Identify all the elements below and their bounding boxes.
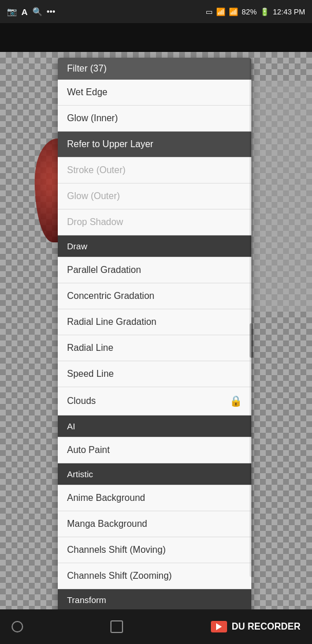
- camera-icon: 📷: [7, 7, 17, 16]
- filter-section-draw: Draw: [58, 235, 251, 257]
- font-icon: A: [21, 7, 28, 17]
- filter-item-drop-shadow[interactable]: Drop Shadow: [58, 209, 251, 235]
- filter-item-auto-paint[interactable]: Auto Paint: [58, 437, 251, 463]
- scrollbar-thumb[interactable]: [250, 323, 253, 358]
- signal-icon: 📶: [229, 8, 238, 16]
- filter-item-speed-line[interactable]: Speed Line: [58, 361, 251, 387]
- status-right: ▭ 📶 📶 82% 🔋 12:43 PM: [206, 8, 305, 16]
- more-icon: •••: [47, 7, 55, 16]
- recorder-label: DU RECORDER: [232, 621, 300, 632]
- canvas-area: Filter (37) Wet Edge Glow (Inner) Refer …: [0, 23, 312, 644]
- home-button[interactable]: [12, 621, 23, 632]
- filter-item-channels-zooming[interactable]: Channels Shift (Zooming): [58, 563, 251, 589]
- filter-item-manga-bg[interactable]: Manga Background: [58, 511, 251, 537]
- filter-item-concentric-grad[interactable]: Concentric Gradation: [58, 283, 251, 309]
- filter-list: Wet Edge Glow (Inner) Refer to Upper Lay…: [58, 80, 251, 644]
- filter-panel: Filter (37) Wet Edge Glow (Inner) Refer …: [58, 58, 251, 644]
- recents-button[interactable]: [110, 620, 123, 633]
- filter-item-stroke-outer[interactable]: Stroke (Outer): [58, 158, 251, 184]
- filter-item-glow-inner[interactable]: Glow (Inner): [58, 106, 251, 132]
- play-icon: [216, 623, 222, 630]
- filter-item-glow-outer[interactable]: Glow (Outer): [58, 184, 251, 209]
- wifi-icon: 📶: [216, 8, 225, 16]
- filter-section-ai: AI: [58, 415, 251, 437]
- filter-title: Filter (37): [67, 63, 106, 73]
- filter-item-radial-line-grad[interactable]: Radial Line Gradation: [58, 309, 251, 335]
- lock-icon: 🔒: [229, 395, 242, 407]
- canvas-top-bar: [0, 23, 312, 52]
- status-bar: 📷 A 🔍 ••• ▭ 📶 📶 82% 🔋 12:43 PM: [0, 0, 312, 23]
- filter-section-transform: Transform: [58, 589, 251, 611]
- filter-section-artistic: Artistic: [58, 463, 251, 485]
- filter-item-clouds[interactable]: Clouds 🔒: [58, 387, 251, 415]
- filter-item-channels-moving[interactable]: Channels Shift (Moving): [58, 537, 251, 563]
- filter-item-refer-upper[interactable]: Refer to Upper Layer: [58, 132, 251, 158]
- time-display: 12:43 PM: [273, 8, 305, 16]
- filter-item-anime-bg[interactable]: Anime Background: [58, 485, 251, 511]
- status-left: 📷 A 🔍 •••: [7, 7, 55, 17]
- recorder-icon: [211, 621, 227, 632]
- recorder-badge: DU RECORDER: [211, 621, 300, 632]
- filter-header: Filter (37): [58, 58, 251, 80]
- canvas-right-area: [251, 81, 312, 312]
- battery-icon: 🔋: [260, 8, 269, 16]
- filter-item-parallel-grad[interactable]: Parallel Gradation: [58, 257, 251, 283]
- search-icon: 🔍: [32, 7, 42, 16]
- filter-item-radial-line[interactable]: Radial Line: [58, 335, 251, 361]
- scrollbar-track: [250, 58, 253, 577]
- cast-icon: ▭: [206, 8, 213, 16]
- bottom-bar: DU RECORDER: [0, 609, 312, 644]
- filter-item-wet-edge[interactable]: Wet Edge: [58, 80, 251, 106]
- battery-text: 82%: [242, 8, 257, 16]
